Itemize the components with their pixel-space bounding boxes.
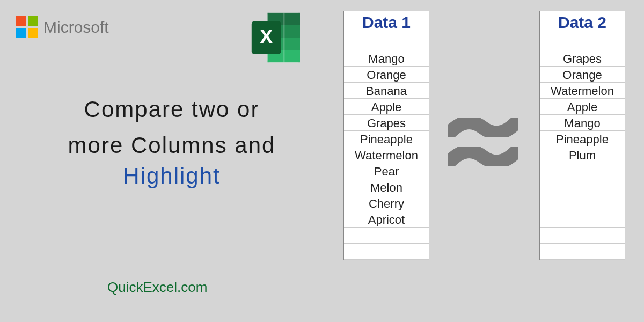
approximately-equal-icon bbox=[448, 118, 518, 166]
table-row bbox=[540, 211, 625, 228]
website-label: QuickExcel.com bbox=[107, 279, 207, 296]
title-line2: more Columns and bbox=[32, 127, 311, 163]
table-row: Watermelon bbox=[344, 147, 429, 163]
table1-header: Data 1 bbox=[344, 11, 429, 34]
table-row: Apple bbox=[540, 99, 625, 115]
data-table-2: Data 2 Grapes Orange Watermelon Apple Ma… bbox=[539, 11, 625, 260]
microsoft-logo: Microsoft bbox=[16, 16, 109, 38]
microsoft-squares-icon bbox=[16, 16, 38, 38]
table-row: Grapes bbox=[344, 115, 429, 131]
table-row bbox=[344, 228, 429, 244]
table-row bbox=[540, 34, 625, 50]
title-line1: Compare two or bbox=[32, 91, 311, 127]
svg-text:X: X bbox=[260, 25, 273, 48]
table-row: Pineapple bbox=[344, 131, 429, 147]
table-row bbox=[540, 163, 625, 179]
table-row: Pineapple bbox=[540, 131, 625, 147]
table-row: Orange bbox=[344, 67, 429, 83]
title-highlight: Highlight bbox=[32, 163, 311, 189]
table-row bbox=[540, 244, 625, 260]
table-row bbox=[540, 179, 625, 195]
table-row: Apple bbox=[344, 99, 429, 115]
table-row: Pear bbox=[344, 163, 429, 179]
table2-header: Data 2 bbox=[540, 11, 625, 34]
table-row bbox=[344, 34, 429, 50]
table-row: Melon bbox=[344, 179, 429, 195]
microsoft-text: Microsoft bbox=[43, 18, 109, 36]
table-row: Grapes bbox=[540, 50, 625, 67]
data-table-1: Data 1 Mango Orange Banana Apple Grapes … bbox=[343, 11, 429, 260]
table-row bbox=[540, 228, 625, 244]
table-row: Mango bbox=[540, 115, 625, 131]
page-title: Compare two or more Columns and Highligh… bbox=[32, 91, 311, 189]
table-row: Plum bbox=[540, 147, 625, 163]
svg-rect-5 bbox=[283, 13, 284, 62]
table-row: Cherry bbox=[344, 195, 429, 211]
table-row bbox=[540, 195, 625, 211]
table-row: Orange bbox=[540, 67, 625, 83]
table-row: Banana bbox=[344, 83, 429, 99]
table-row: Apricot bbox=[344, 211, 429, 228]
excel-icon: X bbox=[247, 8, 306, 69]
table-row bbox=[344, 244, 429, 260]
table-row: Mango bbox=[344, 50, 429, 67]
table-row: Watermelon bbox=[540, 83, 625, 99]
